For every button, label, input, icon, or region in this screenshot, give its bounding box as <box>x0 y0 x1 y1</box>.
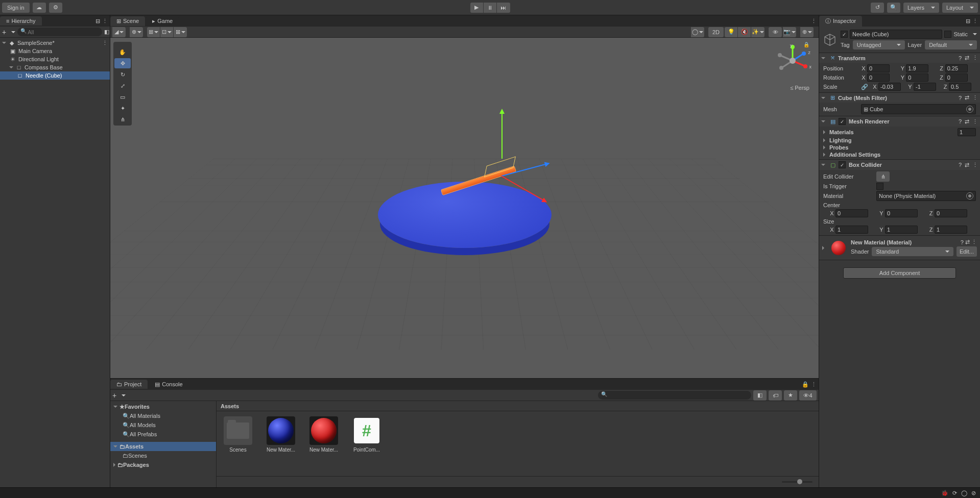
static-checkbox[interactable] <box>944 31 951 38</box>
help-icon[interactable]: ? <box>959 55 962 61</box>
add-icon[interactable]: + <box>2 28 6 36</box>
tab-game[interactable]: ▸Game <box>146 16 179 26</box>
services-button[interactable]: ⚙ <box>49 3 62 13</box>
materials-row[interactable]: Materials <box>819 128 980 137</box>
edit-shader-button[interactable]: Edit... <box>957 246 977 257</box>
scenes-folder[interactable]: 🗀 Scenes <box>110 451 216 460</box>
hierarchy-item-compass-base[interactable]: □ Compass Base <box>0 63 110 71</box>
transform-tool-button[interactable]: ✦ <box>114 103 131 113</box>
layout-dropdown[interactable]: Layout <box>942 3 978 13</box>
play-button[interactable]: ▶ <box>470 3 484 13</box>
center-y-input[interactable] <box>885 209 918 217</box>
position-x-input[interactable] <box>867 64 890 72</box>
assets-folder[interactable]: 🗀 Assets <box>110 442 216 451</box>
lighting-row[interactable]: Lighting <box>819 137 980 144</box>
mesh-renderer-header[interactable]: ▤ Mesh Renderer ? ⇄ ⋮ <box>819 116 980 127</box>
object-picker-icon[interactable] <box>966 192 973 200</box>
preset-icon[interactable]: ⇄ <box>965 118 969 125</box>
effects-toggle-button[interactable]: ✨ <box>751 27 764 37</box>
rotation-z-input[interactable] <box>945 73 968 82</box>
enabled-checkbox[interactable] <box>839 118 846 125</box>
shader-dropdown[interactable]: Standard <box>872 247 953 256</box>
constrain-icon[interactable]: 🔗 <box>861 84 868 90</box>
active-checkbox[interactable] <box>841 31 848 38</box>
tab-inspector[interactable]: ⓘInspector <box>819 16 862 27</box>
thumbnail-size-slider[interactable] <box>782 481 812 483</box>
auto-refresh-icon[interactable]: ⟳ <box>952 490 957 496</box>
help-icon[interactable]: ? <box>959 162 962 168</box>
gameobject-icon[interactable] <box>822 32 838 47</box>
rotation-x-input[interactable] <box>867 73 890 82</box>
tab-scene[interactable]: ⊞Scene <box>110 16 145 26</box>
preset-icon[interactable]: ⇄ <box>965 94 969 101</box>
hidden-packages-button[interactable]: 👁 4 <box>799 390 817 401</box>
tab-project[interactable]: 🗀Project <box>110 380 148 389</box>
fav-models[interactable]: 🔍 All Models <box>110 420 216 430</box>
project-breadcrumb[interactable]: Assets <box>217 401 819 411</box>
move-gizmo-y[interactable] <box>501 113 503 159</box>
expand-icon[interactable] <box>821 57 825 59</box>
expand-icon[interactable] <box>821 164 825 166</box>
add-icon[interactable]: + <box>112 391 116 400</box>
object-picker-icon[interactable] <box>966 106 973 113</box>
probes-row[interactable]: Probes <box>819 144 980 151</box>
scale-x-input[interactable] <box>878 83 901 91</box>
search-by-label-button[interactable]: 🏷 <box>769 390 782 401</box>
position-y-input[interactable] <box>906 64 928 72</box>
expand-icon[interactable] <box>822 246 824 250</box>
project-search-input[interactable] <box>598 391 751 400</box>
cloud-button[interactable]: ☁ <box>33 3 46 13</box>
snap-increment-button[interactable]: ⊡ <box>160 27 174 37</box>
step-button[interactable]: ⏭ <box>497 3 510 13</box>
help-icon[interactable]: ? <box>959 118 962 124</box>
orientation-gizmo[interactable]: y x z 🔒 <box>775 43 810 84</box>
size-z-input[interactable] <box>935 226 967 234</box>
grid-snap-button[interactable]: ⊞ <box>147 27 160 37</box>
hierarchy-scene[interactable]: ◆ SampleScene* ⋮ <box>0 39 110 47</box>
is-trigger-checkbox[interactable] <box>876 183 883 190</box>
custom-tool-button[interactable]: ⋔ <box>114 114 131 124</box>
scene-viewport[interactable]: ✋ ✥ ↻ ⤢ ▭ ✦ ⋔ y x z <box>110 38 819 378</box>
pivot-button[interactable]: ⊕ <box>130 27 143 37</box>
preset-icon[interactable]: ⇄ <box>965 239 970 245</box>
mesh-object-field[interactable]: ⊞ Cube <box>861 104 976 114</box>
filter-icon[interactable]: ◧ <box>104 29 109 35</box>
physic-material-field[interactable]: None (Physic Material) <box>876 191 976 201</box>
gizmos-button[interactable]: ⊕ <box>800 27 814 37</box>
mesh-filter-header[interactable]: ⊞ Cube (Mesh Filter) ? ⇄ ⋮ <box>819 93 980 103</box>
scene-camera-button[interactable]: 📷 <box>783 27 796 37</box>
menu-icon[interactable]: ⋮ <box>811 18 817 24</box>
bug-icon[interactable]: 🐞 <box>941 490 948 496</box>
menu-icon[interactable]: ⋮ <box>972 55 978 61</box>
asset-material-blue[interactable]: New Mater... <box>265 416 297 453</box>
rotation-y-input[interactable] <box>906 73 928 82</box>
hierarchy-search-input[interactable] <box>17 28 102 36</box>
packages-folder[interactable]: 🗀 Packages <box>110 460 216 469</box>
object-name-input[interactable] <box>850 30 942 39</box>
view-tool-button[interactable]: ✋ <box>114 47 131 57</box>
add-dropdown-icon[interactable] <box>122 394 126 396</box>
center-x-input[interactable] <box>835 209 868 217</box>
hierarchy-item-main-camera[interactable]: ▣ Main Camera <box>0 47 110 55</box>
hidden-objects-button[interactable]: 👁 <box>769 27 782 37</box>
fav-prefabs[interactable]: 🔍 All Prefabs <box>110 430 216 439</box>
perspective-label[interactable]: ≤ Persp <box>790 85 809 91</box>
lock-icon[interactable]: 🔒 <box>802 381 809 388</box>
static-dropdown-icon[interactable] <box>973 33 977 35</box>
pause-button[interactable]: ⏸ <box>484 3 497 13</box>
hierarchy-item-needle[interactable]: □ Needle (Cube) <box>0 71 110 80</box>
scale-z-input[interactable] <box>949 83 971 91</box>
asset-scenes-folder[interactable]: Scenes <box>222 416 254 453</box>
asset-material-red[interactable]: New Mater... <box>307 416 340 453</box>
scene-menu-icon[interactable]: ⋮ <box>102 40 108 46</box>
enabled-checkbox[interactable] <box>839 161 846 168</box>
preset-icon[interactable]: ⇄ <box>965 55 969 61</box>
add-component-button[interactable]: Add Component <box>843 267 956 279</box>
size-x-input[interactable] <box>835 226 868 234</box>
box-collider-header[interactable]: ▢ Box Collider ? ⇄ ⋮ <box>819 160 980 170</box>
sign-in-button[interactable]: Sign in <box>2 3 30 13</box>
preset-icon[interactable]: ⇄ <box>965 162 969 168</box>
layers-dropdown[interactable]: Layers <box>903 3 939 13</box>
expand-icon[interactable] <box>823 130 825 134</box>
search-by-type-button[interactable]: ◧ <box>753 390 767 401</box>
